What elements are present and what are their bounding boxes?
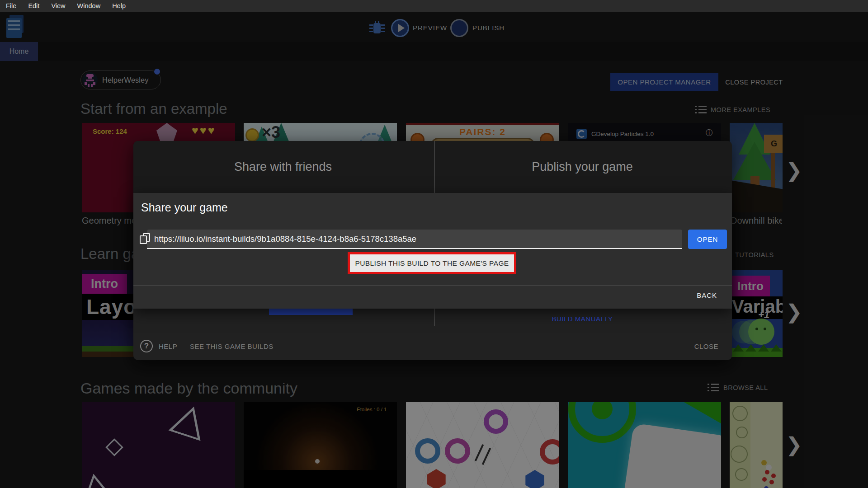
menu-item-view[interactable]: View xyxy=(45,0,71,12)
menubar: File Edit View Window Help xyxy=(0,0,868,12)
actions-divider xyxy=(133,286,732,286)
back-button[interactable]: BACK xyxy=(697,291,717,299)
copy-icon[interactable] xyxy=(140,233,150,244)
build-url-value: https://liluo.io/instant-builds/9b1a0884… xyxy=(154,234,416,244)
menu-item-file[interactable]: File xyxy=(0,0,22,12)
panel-title: Share your game xyxy=(141,201,228,214)
highlight-box: PUBLISH THIS BUILD TO THE GAME'S PAGE xyxy=(348,252,516,274)
app-window: PREVIEW PUBLISH Home HelperWesley xyxy=(0,0,868,488)
menu-item-window[interactable]: Window xyxy=(71,0,107,12)
publish-build-button[interactable]: PUBLISH THIS BUILD TO THE GAME'S PAGE xyxy=(350,254,514,272)
build-url-field[interactable]: https://liluo.io/instant-builds/9b1a0884… xyxy=(147,230,682,249)
menu-item-help[interactable]: Help xyxy=(106,0,132,12)
open-url-button[interactable]: OPEN xyxy=(688,230,727,249)
share-your-game-panel: Share your game https://liluo.io/instant… xyxy=(133,193,732,309)
menu-item-edit[interactable]: Edit xyxy=(22,0,45,12)
